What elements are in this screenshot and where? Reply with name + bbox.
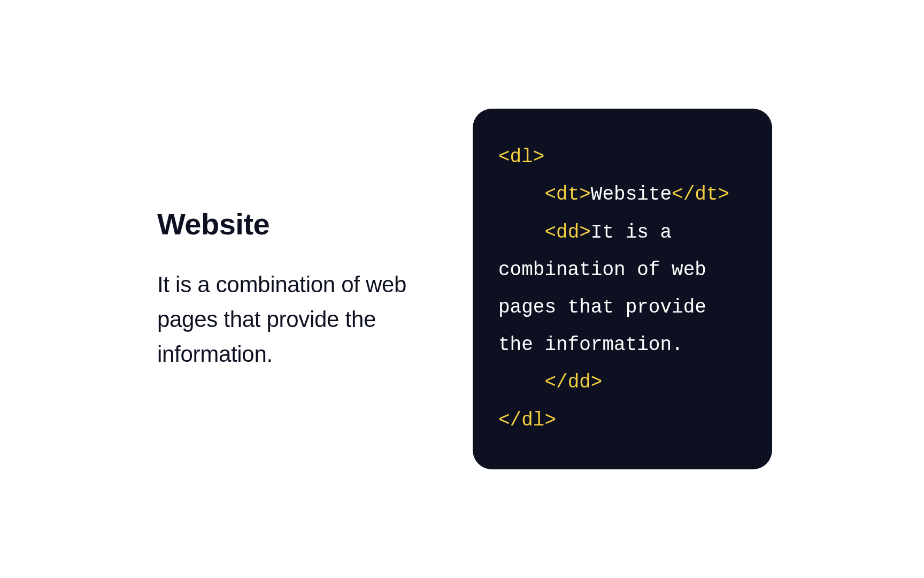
indent bbox=[498, 176, 544, 214]
dd-open-tag: <dd> bbox=[544, 222, 590, 244]
code-line-4: </dd> bbox=[498, 364, 746, 401]
definition-text: It is a combination of web pages that pr… bbox=[157, 267, 430, 371]
code-line-2: <dt>Website</dt> bbox=[498, 176, 746, 214]
indent bbox=[498, 364, 544, 401]
code-line-1: <dl> bbox=[498, 139, 746, 176]
dl-close-tag: </dl> bbox=[498, 409, 556, 431]
indent bbox=[498, 214, 544, 252]
term-heading: Website bbox=[157, 207, 430, 241]
code-panel: <dl> <dt>Website</dt> <dd>It is a combin… bbox=[473, 109, 772, 469]
dd-text-part1: It is a bbox=[591, 222, 683, 244]
code-line-5: </dl> bbox=[498, 402, 746, 439]
dl-open-tag: <dl> bbox=[498, 146, 544, 168]
code-line-3: <dd>It is a combination of web pages tha… bbox=[498, 214, 746, 364]
dd-text-part2: combination of web pages that provide th… bbox=[498, 259, 718, 356]
dd-close-tag: </dd> bbox=[544, 371, 602, 393]
dt-open-tag: <dt> bbox=[544, 184, 590, 206]
rendered-output-panel: Website It is a combination of web pages… bbox=[152, 207, 430, 371]
dt-close-tag: </dt> bbox=[672, 184, 729, 206]
dt-text: Website bbox=[591, 184, 672, 206]
